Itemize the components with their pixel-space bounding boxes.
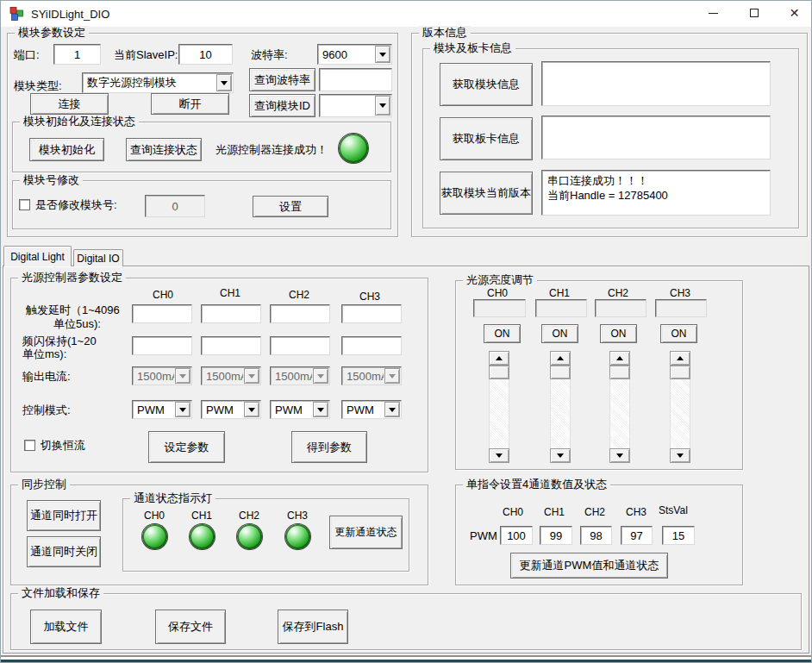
baud-select[interactable]: 9600 (317, 44, 392, 65)
set-params-button[interactable]: 设定参数 (148, 431, 225, 463)
scroll-thumb[interactable] (609, 366, 630, 379)
scroll-thumb[interactable] (550, 366, 571, 379)
board-info-output[interactable] (541, 116, 771, 159)
output-current-ch0-select[interactable]: 1500mA (132, 366, 192, 385)
tab-digital-io[interactable]: Digital IO (73, 249, 123, 266)
window-title: SYiIDLight_DIO (31, 8, 109, 21)
maximize-button[interactable] (734, 0, 773, 26)
strobe-hold-ch3-input[interactable] (341, 336, 402, 355)
chevron-down-icon (313, 368, 328, 384)
output-current-ch2-select[interactable]: 1500mA (270, 366, 330, 385)
brightness-ch3-slider[interactable] (670, 351, 690, 463)
module-id-select[interactable] (319, 94, 392, 117)
output-current-ch3-select[interactable]: 1500mA (341, 366, 402, 385)
pwm-ch0-input[interactable]: 100 (500, 526, 533, 545)
pwm-ch1-input[interactable]: 99 (540, 526, 572, 545)
brightness-ch3-on-button[interactable]: ON (660, 324, 697, 343)
module-init-button[interactable]: 模块初始化 (29, 138, 104, 161)
scroll-thumb[interactable] (670, 366, 690, 379)
trigger-delay-ch2-input[interactable] (270, 304, 330, 323)
scroll-up-icon[interactable] (670, 351, 690, 366)
get-board-info-button[interactable]: 获取板卡信息 (440, 117, 533, 160)
chevron-down-icon[interactable] (244, 402, 259, 417)
module-info-output[interactable] (541, 61, 771, 106)
disconnect-button[interactable]: 断开 (151, 93, 229, 115)
query-baud-button[interactable]: 查询波特率 (249, 68, 315, 91)
brightness-ch0-value[interactable] (473, 299, 526, 317)
save-file-button[interactable]: 保存文件 (155, 610, 226, 644)
brightness-ch3-value[interactable] (655, 299, 707, 317)
slave-ip-label: 当前SlaveIP: (114, 48, 178, 62)
scroll-up-icon[interactable] (550, 351, 571, 366)
scroll-up-icon[interactable] (489, 351, 509, 366)
minimize-button[interactable] (694, 0, 733, 26)
modify-module-no-checkbox[interactable] (19, 199, 30, 210)
open-all-channels-button[interactable]: 通道同时打开 (27, 500, 101, 531)
scroll-thumb[interactable] (489, 366, 509, 379)
load-file-button[interactable]: 加载文件 (30, 610, 102, 644)
control-mode-ch3-select[interactable]: PWM (341, 400, 402, 419)
control-mode-ch0-select[interactable]: PWM (132, 400, 192, 419)
port-input[interactable]: 1 (53, 44, 101, 65)
brightness-ch1-on-button[interactable]: ON (541, 324, 578, 343)
chevron-down-icon[interactable] (375, 46, 390, 63)
scroll-track[interactable] (609, 379, 630, 448)
chevron-down-icon[interactable] (175, 402, 191, 417)
get-version-button[interactable]: 获取模块当前版本 (440, 172, 533, 215)
stsval-input[interactable]: 15 (662, 526, 695, 545)
close-button[interactable]: ✕ (775, 0, 812, 26)
module-type-select[interactable]: 数字光源控制模块 (82, 72, 234, 93)
strobe-hold-ch1-input[interactable] (201, 336, 261, 355)
set-module-no-button[interactable]: 设置 (253, 196, 328, 217)
trigger-delay-ch3-input[interactable] (341, 304, 402, 323)
output-current-ch1-select[interactable]: 1500mA (201, 366, 261, 385)
app-icon (9, 6, 24, 22)
scroll-track[interactable] (550, 379, 571, 448)
baud-label: 波特率: (251, 48, 288, 62)
pwm-ch3-input[interactable]: 97 (621, 526, 653, 545)
scroll-down-icon[interactable] (550, 448, 571, 463)
query-module-id-button[interactable]: 查询模块ID (249, 94, 315, 117)
update-pwm-status-button[interactable]: 更新通道PWM值和通道状态 (510, 553, 668, 579)
connect-button[interactable]: 连接 (30, 93, 109, 115)
brightness-ch0-on-button[interactable]: ON (484, 324, 521, 343)
scroll-down-icon[interactable] (609, 448, 630, 463)
switch-cc-checkbox[interactable] (24, 440, 35, 451)
scroll-track[interactable] (670, 379, 690, 448)
close-all-channels-button[interactable]: 通道同时关闭 (27, 536, 101, 567)
chevron-down-icon[interactable] (384, 402, 400, 417)
get-params-button[interactable]: 得到参数 (291, 431, 367, 463)
module-params-title: 模块参数设定 (15, 26, 89, 40)
scroll-track[interactable] (489, 379, 509, 448)
query-baud-result[interactable] (319, 68, 392, 91)
version-output[interactable]: 串口连接成功！！！ 当前Handle = 12785400 (541, 170, 771, 216)
get-module-info-button[interactable]: 获取模块信息 (440, 63, 533, 106)
brightness-ch1-value[interactable] (535, 299, 587, 317)
brightness-ch2-on-button[interactable]: ON (600, 324, 637, 343)
strobe-hold-ch0-input[interactable] (132, 336, 192, 355)
chevron-down-icon[interactable] (375, 96, 390, 116)
module-no-input[interactable]: 0 (145, 195, 205, 217)
brightness-ch1-slider[interactable] (550, 351, 571, 463)
scroll-down-icon[interactable] (489, 448, 509, 463)
strobe-hold-ch2-input[interactable] (270, 336, 330, 355)
update-channel-status-button[interactable]: 更新通道状态 (329, 516, 403, 549)
output-current-ch1-value: 1500mA (202, 367, 243, 385)
pwm-ch2-input[interactable]: 98 (580, 526, 612, 545)
trigger-delay-ch1-input[interactable] (201, 304, 261, 323)
trigger-delay-ch0-input[interactable] (132, 304, 192, 323)
control-mode-ch1-select[interactable]: PWM (201, 400, 261, 419)
scroll-down-icon[interactable] (670, 448, 690, 463)
control-mode-ch2-select[interactable]: PWM (270, 400, 330, 419)
chevron-down-icon[interactable] (313, 402, 328, 417)
slave-ip-input[interactable]: 10 (178, 44, 233, 65)
query-connection-button[interactable]: 查询连接状态 (126, 138, 202, 161)
tab-digital-light[interactable]: Digital Light (3, 246, 72, 266)
scroll-up-icon[interactable] (609, 351, 630, 366)
save-to-flash-button[interactable]: 保存到Flash (278, 610, 348, 644)
chevron-down-icon[interactable] (216, 74, 232, 91)
brightness-ch2-slider[interactable] (609, 351, 630, 463)
brightness-ch2-value[interactable] (595, 299, 646, 317)
brightness-ch0-slider[interactable] (489, 351, 509, 463)
maximize-icon (750, 9, 759, 17)
